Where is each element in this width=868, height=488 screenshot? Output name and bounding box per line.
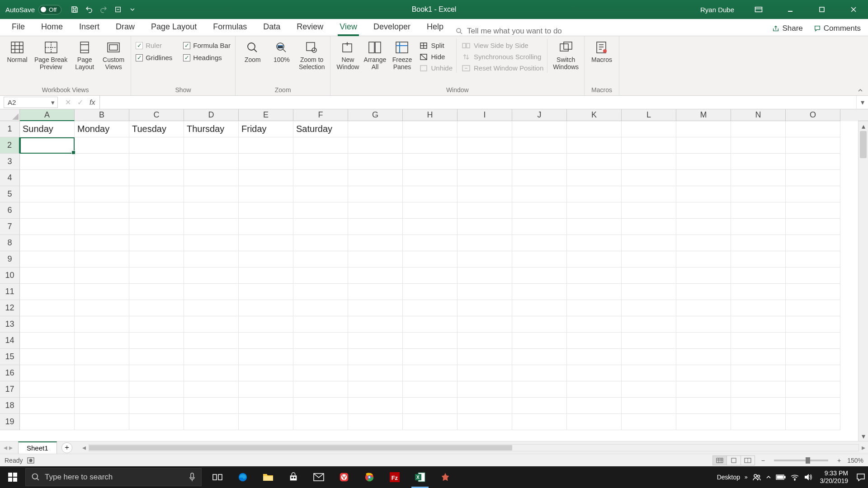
cell[interactable]: [239, 365, 293, 381]
cell[interactable]: [20, 381, 75, 398]
cell[interactable]: [129, 414, 184, 430]
cell[interactable]: [403, 398, 458, 414]
cell[interactable]: [403, 186, 458, 202]
cell[interactable]: [20, 267, 75, 284]
cell[interactable]: [567, 333, 622, 349]
cell[interactable]: [512, 137, 567, 154]
cell[interactable]: [20, 365, 75, 381]
cell[interactable]: [731, 398, 786, 414]
cell[interactable]: [129, 202, 184, 219]
cell[interactable]: [458, 267, 512, 284]
cell[interactable]: [293, 219, 348, 235]
cell[interactable]: [20, 333, 75, 349]
cell[interactable]: [786, 381, 840, 398]
column-header[interactable]: O: [786, 109, 840, 121]
cell[interactable]: [129, 381, 184, 398]
formula-input[interactable]: [100, 96, 856, 109]
cell[interactable]: [622, 202, 676, 219]
column-header[interactable]: M: [676, 109, 731, 121]
cell[interactable]: [403, 219, 458, 235]
cell[interactable]: Thursday: [184, 121, 239, 137]
sheet-nav-next-icon[interactable]: ▸: [9, 443, 13, 452]
cell[interactable]: [403, 316, 458, 333]
cell[interactable]: [348, 219, 403, 235]
cell[interactable]: [458, 154, 512, 170]
switch-windows-button[interactable]: Switch Windows: [552, 39, 580, 71]
cell[interactable]: [786, 137, 840, 154]
cell[interactable]: [567, 284, 622, 300]
cell[interactable]: [731, 251, 786, 267]
enter-formula-icon[interactable]: ✓: [77, 98, 83, 107]
cell[interactable]: [512, 349, 567, 365]
cell[interactable]: [348, 235, 403, 251]
row-header[interactable]: 14: [0, 333, 20, 349]
start-button[interactable]: [0, 473, 25, 482]
cell[interactable]: [129, 154, 184, 170]
split-button[interactable]: Split: [419, 41, 453, 50]
close-icon[interactable]: [843, 0, 864, 19]
column-header[interactable]: J: [512, 109, 567, 121]
cell[interactable]: [184, 365, 239, 381]
cell[interactable]: [239, 219, 293, 235]
cell[interactable]: [622, 414, 676, 430]
cell[interactable]: [184, 333, 239, 349]
cell[interactable]: [20, 398, 75, 414]
cell[interactable]: [622, 365, 676, 381]
row-header[interactable]: 4: [0, 170, 20, 186]
cell[interactable]: [567, 381, 622, 398]
cell[interactable]: [567, 267, 622, 284]
cell[interactable]: [403, 170, 458, 186]
cell[interactable]: [348, 170, 403, 186]
cell[interactable]: [75, 349, 129, 365]
column-header[interactable]: E: [239, 109, 293, 121]
cell[interactable]: [731, 381, 786, 398]
cell[interactable]: [239, 186, 293, 202]
zoom-to-selection-button[interactable]: Zoom to Selection: [298, 39, 326, 71]
cell[interactable]: [184, 235, 239, 251]
tray-expand-icon[interactable]: [766, 474, 771, 480]
cell[interactable]: [731, 235, 786, 251]
column-header[interactable]: L: [622, 109, 676, 121]
cell[interactable]: [184, 349, 239, 365]
cell[interactable]: [75, 137, 129, 154]
tab-formulas[interactable]: Formulas: [205, 19, 255, 36]
cell[interactable]: [731, 121, 786, 137]
cell[interactable]: [676, 381, 731, 398]
cell[interactable]: [622, 251, 676, 267]
cell[interactable]: [622, 333, 676, 349]
row-header[interactable]: 15: [0, 349, 20, 365]
tab-data[interactable]: Data: [255, 19, 288, 36]
cell[interactable]: [731, 170, 786, 186]
autosave-toggle[interactable]: Off: [38, 5, 61, 14]
scroll-up-icon[interactable]: ▴: [859, 121, 868, 131]
cell[interactable]: [184, 170, 239, 186]
cell[interactable]: [567, 219, 622, 235]
cell[interactable]: [239, 381, 293, 398]
cell[interactable]: [239, 300, 293, 316]
people-icon[interactable]: [752, 473, 761, 481]
cell[interactable]: [458, 284, 512, 300]
cell[interactable]: [403, 251, 458, 267]
redo-icon[interactable]: [99, 5, 108, 14]
cell[interactable]: [239, 316, 293, 333]
cell[interactable]: [786, 300, 840, 316]
tab-draw[interactable]: Draw: [108, 19, 143, 36]
cell[interactable]: [239, 137, 293, 154]
cell[interactable]: [458, 381, 512, 398]
cell[interactable]: [75, 365, 129, 381]
cell[interactable]: [293, 349, 348, 365]
cell[interactable]: [512, 235, 567, 251]
cell[interactable]: [293, 235, 348, 251]
action-center-icon[interactable]: [856, 473, 865, 481]
cell[interactable]: [129, 267, 184, 284]
cell[interactable]: [239, 267, 293, 284]
row-header[interactable]: 3: [0, 154, 20, 170]
sheet-tab[interactable]: Sheet1: [18, 441, 57, 454]
cell[interactable]: [458, 300, 512, 316]
cell[interactable]: [676, 284, 731, 300]
column-header[interactable]: N: [731, 109, 786, 121]
row-header[interactable]: 18: [0, 398, 20, 414]
chevron-double-right-icon[interactable]: »: [745, 474, 748, 480]
cell[interactable]: [676, 333, 731, 349]
cell[interactable]: [786, 349, 840, 365]
